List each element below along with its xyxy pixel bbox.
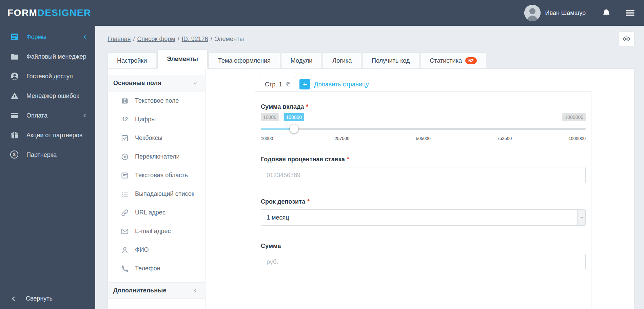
sidebar-item-label: Оплата	[26, 112, 47, 119]
app-logo: FORMDESIGNER	[7, 7, 91, 18]
add-page-link[interactable]: Добавить страницу	[314, 81, 369, 88]
notifications-bell-icon[interactable]	[602, 8, 611, 17]
field-rate: Годовая процентная ставка*	[261, 156, 586, 183]
element-item-textarea[interactable]: Текстовая область	[108, 166, 205, 185]
elements-sidebar: Основные поля Текстовое поле 12	[108, 69, 206, 309]
breadcrumb-separator: /	[208, 36, 215, 43]
breadcrumb-link-form-id[interactable]: ID: 92176	[182, 36, 208, 43]
page-tab-1[interactable]: Стр. 1	[260, 77, 296, 92]
sidebar-item-label: Гостевой доступ	[26, 73, 73, 80]
warning-triangle-icon	[10, 91, 19, 100]
required-mark: *	[306, 103, 308, 110]
tab-elements[interactable]: Элементы	[157, 49, 208, 68]
dollar-circle-icon: $	[10, 150, 19, 159]
sidebar-item-file-manager[interactable]: Файловый менеджер	[0, 47, 95, 66]
element-item-email[interactable]: E-mail адрес	[108, 222, 205, 241]
preview-eye-button[interactable]	[618, 32, 635, 46]
chevron-down-icon	[192, 80, 198, 86]
form-preview: Сумма вклада* 10000 100000 1000000 10000…	[255, 91, 591, 309]
gift-icon	[10, 131, 19, 140]
content-panel: Основные поля Текстовое поле 12	[108, 68, 635, 309]
breadcrumb-link-forms-list[interactable]: Список форм	[137, 36, 175, 43]
slider-track[interactable]	[261, 128, 586, 130]
folder-icon	[10, 52, 19, 61]
breadcrumb-row: Главная / Список форм / ID: 92176 / Элем…	[108, 31, 635, 47]
phone-icon	[121, 265, 129, 273]
link-icon	[121, 209, 129, 217]
form-tabs: Настройки Элементы Тема оформления Модул…	[108, 49, 635, 68]
field-label: Годовая процентная ставка	[261, 156, 345, 163]
term-select[interactable]: 1 месяц	[261, 209, 586, 226]
person-icon	[121, 246, 129, 254]
slider-handle[interactable]	[290, 124, 298, 133]
sidebar-item-partner-promos[interactable]: Акции от партнеров	[0, 125, 95, 145]
tab-statistics[interactable]: Статистика 52	[420, 53, 486, 68]
element-item-fullname[interactable]: ФИО	[108, 241, 205, 259]
scale-tick: 1000000	[568, 136, 586, 141]
select-dropdown-arrow-icon[interactable]	[577, 210, 585, 225]
element-item-checkboxes[interactable]: Чекбоксы	[108, 129, 205, 147]
sidebar-item-label: Менеджер ошибок	[26, 92, 79, 100]
page-tabs-row: Стр. 1 Добавить страницу	[255, 77, 634, 92]
slider-max-badge: 1000000	[562, 113, 586, 121]
field-label: Сумма	[261, 243, 281, 250]
tab-theme[interactable]: Тема оформления	[209, 53, 280, 68]
sidebar-item-label: Файловый менеджер	[26, 53, 86, 60]
envelope-icon	[121, 227, 129, 235]
add-page-button[interactable]	[299, 79, 310, 89]
sidebar-item-label: Партнерка	[26, 151, 57, 159]
forms-icon	[10, 33, 19, 41]
chevron-left-icon	[10, 295, 17, 302]
rate-input[interactable]	[261, 167, 586, 183]
required-mark: *	[347, 156, 349, 163]
field-label: Сумма вклада	[261, 103, 304, 110]
field-deposit: Сумма вклада* 10000 100000 1000000 10000…	[261, 103, 586, 142]
field-label: Срок депозита	[261, 198, 305, 205]
slider-min-badge: 10000	[261, 113, 279, 121]
element-item-url[interactable]: URL адрес	[108, 203, 205, 222]
scale-tick: 505000	[416, 136, 430, 141]
sidebar-item-forms[interactable]: Формы	[0, 27, 95, 47]
element-item-radios[interactable]: Переключатели	[108, 147, 205, 166]
user-name: Иван Шамшур	[545, 9, 586, 17]
logo-text-accent: DESIGNER	[37, 7, 91, 18]
breadcrumb-separator: /	[175, 36, 182, 43]
tab-get-code[interactable]: Получить код	[362, 53, 419, 68]
user-avatar[interactable]	[524, 5, 541, 21]
sidebar-item-payment[interactable]: Оплата	[0, 106, 95, 125]
tab-modules[interactable]: Модули	[281, 53, 322, 68]
group-basic-fields[interactable]: Основные поля	[108, 75, 205, 91]
field-term: Срок депозита* 1 месяц	[261, 198, 586, 226]
sidebar-nav: Формы Файловый менеджер Гостевой до	[0, 26, 95, 165]
tab-logic[interactable]: Логика	[323, 53, 361, 68]
hamburger-menu-icon[interactable]	[625, 9, 635, 17]
breadcrumb-link-home[interactable]: Главная	[108, 36, 131, 43]
sidebar-item-affiliate[interactable]: $ Партнерка	[0, 145, 95, 165]
element-item-text-field[interactable]: Текстовое поле	[108, 91, 205, 110]
logo-text-primary: FORM	[7, 7, 37, 18]
slider-current-badge: 100000	[284, 113, 304, 121]
sidebar-item-guest-access[interactable]: Гостевой доступ	[0, 66, 95, 86]
element-item-numbers[interactable]: 12 Цифры	[108, 110, 205, 129]
required-mark: *	[307, 198, 310, 205]
scale-tick: 10000	[261, 136, 273, 141]
breadcrumb-current: Элементы	[215, 36, 244, 43]
sidebar-item-error-manager[interactable]: Менеджер ошибок	[0, 86, 95, 106]
field-amount: Сумма	[261, 243, 586, 270]
breadcrumb: Главная / Список форм / ID: 92176 / Элем…	[108, 36, 244, 43]
credit-card-icon	[10, 111, 19, 120]
duplicate-page-icon[interactable]	[286, 82, 291, 87]
topbar-right: Иван Шамшур	[524, 5, 635, 21]
sidebar-item-label: Акции от партнеров	[26, 132, 82, 139]
term-select-value: 1 месяц	[261, 214, 289, 221]
group-additional-fields[interactable]: Дополнительные	[108, 282, 205, 299]
sidebar-collapse-button[interactable]: Свернуть	[0, 288, 95, 309]
element-item-dropdown[interactable]: Выпадающий список	[108, 185, 205, 203]
dollar-glyph: $	[13, 152, 16, 157]
amount-input[interactable]	[261, 254, 586, 270]
scale-tick: 752500	[497, 136, 512, 141]
collapse-label: Свернуть	[26, 295, 53, 302]
topbar: FORMDESIGNER Иван Шамшур	[0, 0, 644, 26]
element-item-phone[interactable]: Телефон	[108, 259, 205, 278]
tab-settings[interactable]: Настройки	[108, 53, 156, 68]
